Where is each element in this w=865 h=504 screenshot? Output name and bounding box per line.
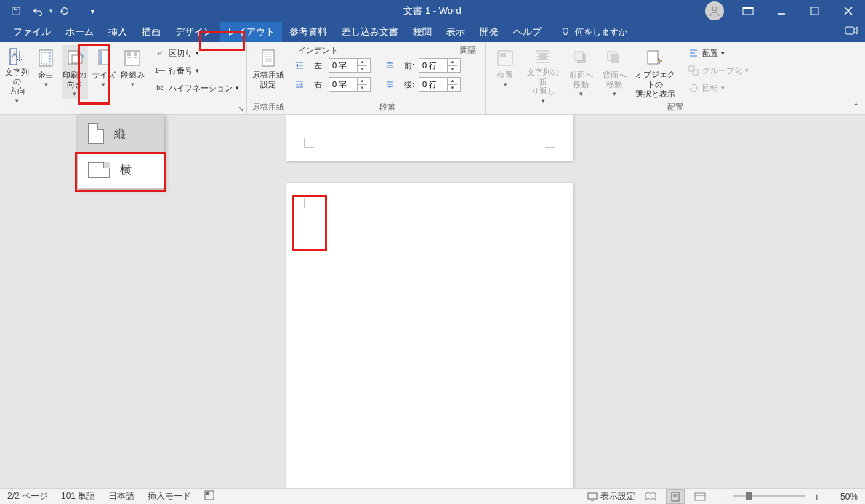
wrap-text-button: 文字列の折 り返し▾ <box>523 45 563 99</box>
save-button[interactable] <box>6 1 26 21</box>
zoom-out-button[interactable]: − <box>715 491 727 503</box>
page-1[interactable] <box>286 115 573 161</box>
hyphenation-button[interactable]: bcハイフネーション ▾ <box>151 80 242 96</box>
orientation-portrait-item[interactable]: 縦 <box>78 115 164 152</box>
margins-label: 余白 <box>38 70 54 80</box>
columns-icon <box>121 46 144 70</box>
display-settings-button[interactable]: 表示設定 <box>587 490 635 503</box>
portrait-page-icon <box>88 123 104 144</box>
breaks-label: 区切り <box>169 48 193 59</box>
quick-access-toolbar: ▾ ▾ <box>0 1 97 21</box>
group-manuscript-label: 原稿用紙 <box>252 101 284 113</box>
text-cursor <box>310 202 310 212</box>
svg-rect-7 <box>845 27 854 34</box>
svg-rect-14 <box>99 50 109 65</box>
svg-rect-40 <box>695 493 705 500</box>
svg-point-6 <box>563 28 568 33</box>
status-macro-icon[interactable] <box>204 490 214 503</box>
svg-rect-29 <box>611 54 619 63</box>
zoom-slider[interactable] <box>733 495 805 497</box>
manuscript-button[interactable]: 原稿用紙 設定 <box>252 45 284 99</box>
tab-help[interactable]: ヘルプ <box>506 22 549 42</box>
svg-rect-34 <box>206 492 209 495</box>
ribbon-tabs: ファイル ホーム 挿入 描画 デザイン レイアウト 参考資料 差し込み文書 校閲… <box>0 22 865 42</box>
orientation-button[interactable]: 印刷の 向き▾ <box>62 45 88 99</box>
svg-rect-37 <box>672 492 679 501</box>
customize-qat-button[interactable]: ▾ <box>87 1 97 21</box>
svg-rect-3 <box>743 7 753 9</box>
line-numbers-button[interactable]: 1—行番号 ▾ <box>151 62 242 78</box>
tab-design[interactable]: デザイン <box>168 22 220 42</box>
status-bar: 2/2 ページ 101 単語 日本語 挿入モード 表示設定 − + 50% <box>0 488 865 504</box>
tab-references[interactable]: 参考資料 <box>282 22 334 42</box>
svg-text:A: A <box>12 51 17 58</box>
page-2[interactable] <box>286 183 573 488</box>
rotate-icon <box>688 82 699 94</box>
tab-insert[interactable]: 挿入 <box>101 22 134 42</box>
group-arrange-label: 配置 <box>490 101 861 113</box>
status-page[interactable]: 2/2 ページ <box>7 490 48 503</box>
size-icon <box>92 46 116 70</box>
status-mode[interactable]: 挿入モード <box>148 490 191 503</box>
size-label: サイズ <box>92 70 116 80</box>
spacing-after-input[interactable]: ▲▼ <box>419 77 461 92</box>
text-direction-button[interactable]: A 文字列の 方向▾ <box>4 45 31 99</box>
close-button[interactable] <box>832 0 865 22</box>
tab-view[interactable]: 表示 <box>439 22 472 42</box>
group-manuscript: 原稿用紙 設定 原稿用紙 <box>247 42 289 114</box>
svg-rect-31 <box>689 66 694 71</box>
indent-left-input[interactable]: ▲▼ <box>329 58 371 73</box>
orientation-landscape-item[interactable]: 横 <box>78 152 164 188</box>
tab-home[interactable]: ホーム <box>58 22 101 42</box>
collapse-ribbon-button[interactable]: ⌃ <box>853 102 859 111</box>
tell-me-search[interactable]: 何をしますか <box>560 26 627 38</box>
indent-right-input[interactable]: ▲▼ <box>329 77 371 92</box>
view-read-button[interactable] <box>641 489 660 504</box>
display-settings-label: 表示設定 <box>600 490 635 503</box>
zoom-level[interactable]: 50% <box>829 492 858 502</box>
page-setup-launcher[interactable]: ↘ <box>238 105 244 113</box>
title-bar: ▾ ▾ 文書 1 - Word <box>0 0 865 22</box>
tab-file[interactable]: ファイル <box>6 22 58 42</box>
svg-rect-30 <box>648 51 658 64</box>
align-button[interactable]: 配置 ▾ <box>685 45 752 61</box>
text-direction-label: 文字列の 方向 <box>4 68 31 97</box>
columns-button[interactable]: 段組み▾ <box>119 45 145 99</box>
indent-head: インデント <box>298 45 338 56</box>
undo-button[interactable] <box>28 1 48 21</box>
margins-button[interactable]: 余白▾ <box>33 45 60 99</box>
svg-rect-35 <box>588 493 597 499</box>
minimize-button[interactable] <box>765 0 798 22</box>
tab-mailings[interactable]: 差し込み文書 <box>334 22 406 42</box>
selection-pane-button[interactable]: オブジェクトの 選択と表示 <box>632 45 677 99</box>
tab-review[interactable]: 校閲 <box>406 22 439 42</box>
document-title: 文書 1 - Word <box>403 4 461 17</box>
ribbon-display-button[interactable] <box>731 0 765 22</box>
zoom-thumb[interactable] <box>746 492 752 500</box>
tab-developer[interactable]: 開発 <box>472 22 506 42</box>
svg-point-1 <box>712 7 717 11</box>
text-direction-icon: A <box>6 46 29 67</box>
spacing-before-input[interactable]: ▲▼ <box>419 58 461 73</box>
share-button[interactable] <box>845 25 858 38</box>
size-button[interactable]: サイズ▾ <box>91 45 117 99</box>
tab-draw[interactable]: 描画 <box>134 22 168 42</box>
indent-right-icon <box>294 78 305 90</box>
user-avatar[interactable] <box>705 1 724 20</box>
user-icon <box>709 5 720 17</box>
view-print-layout-button[interactable] <box>666 489 685 504</box>
position-icon <box>494 46 517 70</box>
status-language[interactable]: 日本語 <box>108 490 134 503</box>
view-web-layout-button[interactable] <box>691 489 709 504</box>
breaks-button[interactable]: ⤶区切り ▾ <box>151 45 242 61</box>
ribbon: A 文字列の 方向▾ 余白▾ 印刷の 向き▾ サイズ▾ 段組み▾ ⤶区切り ▾ <box>0 42 865 115</box>
columns-label: 段組み <box>121 70 145 80</box>
tab-layout[interactable]: レイアウト <box>220 22 282 42</box>
selection-pane-icon <box>643 46 667 69</box>
zoom-in-button[interactable]: + <box>811 491 823 503</box>
group-paragraph: インデント間隔 左: ▲▼ 前: ▲▼ 右: ▲▼ 後: ▲▼ 段落 <box>289 42 486 114</box>
spacing-before-label: 前: <box>398 60 416 71</box>
redo-button[interactable] <box>55 1 75 21</box>
maximize-button[interactable] <box>798 0 832 22</box>
status-words[interactable]: 101 単語 <box>61 490 95 503</box>
